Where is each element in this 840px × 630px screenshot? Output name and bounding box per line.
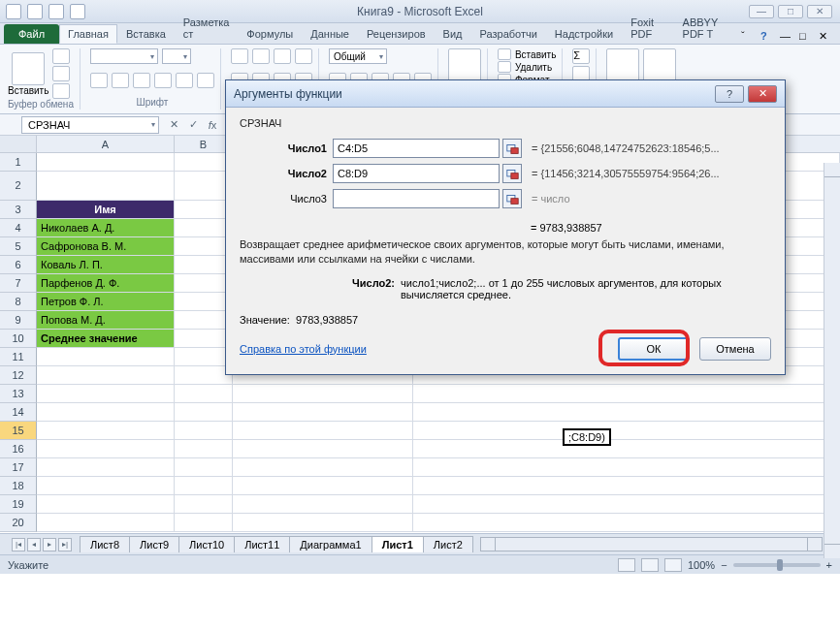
tab-данные[interactable]: Данные [302,24,358,44]
fx-icon[interactable]: fx [204,116,221,134]
tab-разметка ст[interactable]: Разметка ст [175,13,239,44]
sheet-tab[interactable]: Лист9 [129,536,179,552]
sheet-tab[interactable]: Диаграмма1 [289,536,372,552]
row-header[interactable]: 20 [0,514,37,532]
dialog-titlebar[interactable]: Аргументы функции ? ✕ [226,80,785,108]
orientation-icon[interactable] [295,48,312,64]
sheet-tab[interactable]: Лист10 [178,536,235,552]
zoom-slider[interactable] [733,563,821,567]
column-header[interactable]: B [175,136,233,152]
cell[interactable]: Среднее значение [37,330,175,348]
select-all-corner[interactable] [0,136,37,152]
cell[interactable] [37,495,175,514]
range-selector-icon[interactable] [502,139,522,158]
cell[interactable] [175,172,233,201]
cancel-formula-icon[interactable]: ✕ [165,116,182,134]
row-header[interactable]: 18 [0,477,37,495]
row-header[interactable]: 15 [0,422,37,440]
cell[interactable] [233,385,413,403]
cell[interactable] [37,422,175,440]
row-header[interactable]: 5 [0,237,37,256]
save-icon[interactable] [27,4,43,19]
sheet-nav-first-icon[interactable]: |◂ [12,538,25,551]
row-header[interactable]: 4 [0,219,37,237]
cell[interactable] [37,440,175,458]
maximize-button[interactable]: □ [778,5,803,18]
cell[interactable]: Петров Ф. Л. [37,293,175,311]
sheet-nav-last-icon[interactable]: ▸| [58,538,72,551]
cell[interactable]: Коваль Л. П. [37,256,175,274]
cell[interactable]: Парфенов Д. Ф. [37,274,175,293]
underline-icon[interactable] [133,73,150,88]
vertical-scrollbar[interactable] [824,163,840,558]
sheet-tab[interactable]: Лист1 [372,536,424,552]
delete-cells-icon[interactable] [498,61,511,73]
cell[interactable] [233,458,413,477]
cell[interactable] [37,514,175,532]
tab-file[interactable]: Файл [4,24,59,44]
cell[interactable] [175,293,233,311]
row-header[interactable]: 16 [0,440,37,458]
dialog-arg-input[interactable] [333,164,500,183]
font-size-combo[interactable] [162,48,191,64]
cell[interactable] [175,256,233,274]
cell[interactable] [37,172,175,201]
row-header[interactable]: 9 [0,311,37,330]
dialog-help-button[interactable]: ? [715,85,744,103]
cell[interactable] [37,385,175,403]
fill-color-icon[interactable] [176,73,193,88]
cell[interactable] [37,458,175,477]
cell[interactable] [175,366,233,385]
sort-filter-icon[interactable] [606,48,639,81]
tab-надстройки[interactable]: Надстройки [546,24,622,44]
window-minimize-icon[interactable]: — [780,30,793,44]
row-header[interactable]: 6 [0,256,37,274]
format-painter-icon[interactable] [52,83,70,99]
cell[interactable] [175,330,233,348]
row-header[interactable]: 1 [0,153,37,172]
ok-button[interactable]: ОК [618,337,690,361]
cell[interactable] [233,495,413,514]
dialog-help-link[interactable]: Справка по этой функции [240,343,367,355]
cell[interactable]: Николаев А. Д. [37,219,175,237]
row-header[interactable]: 13 [0,385,37,403]
cell[interactable] [175,403,233,422]
border-icon[interactable] [154,73,172,88]
sheet-tab[interactable]: Лист11 [234,536,290,552]
tab-разработчи[interactable]: Разработчи [471,24,546,44]
font-color-icon[interactable] [197,73,214,88]
cell[interactable] [233,514,413,532]
row-header[interactable]: 10 [0,330,37,348]
view-page-layout-icon[interactable] [641,558,659,572]
row-header[interactable]: 19 [0,495,37,514]
sheet-tab[interactable]: Лист2 [423,536,473,552]
insert-cells-icon[interactable] [498,48,511,60]
cell[interactable] [175,237,233,256]
cell[interactable] [175,201,233,219]
name-box[interactable]: СРЗНАЧ [21,116,159,134]
zoom-out-button[interactable]: − [721,559,727,571]
cell[interactable] [37,348,175,366]
conditional-format-icon[interactable] [448,48,481,81]
cell[interactable] [175,477,233,495]
horizontal-scrollbar[interactable] [480,537,823,551]
cell[interactable] [175,274,233,293]
cell[interactable] [175,495,233,514]
align-middle-icon[interactable] [252,48,270,64]
zoom-in-button[interactable]: + [826,559,832,571]
bold-icon[interactable] [90,73,108,88]
view-normal-icon[interactable] [618,558,635,572]
sheet-nav-prev-icon[interactable]: ◂ [27,538,41,551]
cell[interactable] [175,422,233,440]
cell[interactable] [233,422,413,440]
redo-icon[interactable] [70,4,85,19]
row-header[interactable]: 3 [0,201,37,219]
cell[interactable] [37,153,175,172]
autosum-icon[interactable]: Σ [572,48,590,64]
cell[interactable]: Сафронова В. М. [37,237,175,256]
cut-icon[interactable] [52,48,70,64]
minimize-button[interactable]: — [749,5,774,18]
number-format-combo[interactable]: Общий [329,48,387,64]
find-select-icon[interactable] [643,48,676,81]
cell[interactable] [175,385,233,403]
